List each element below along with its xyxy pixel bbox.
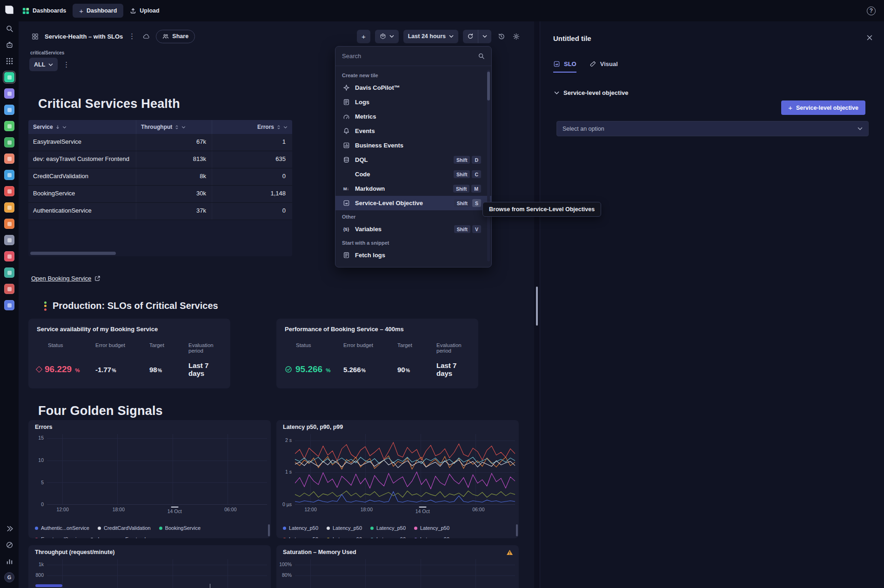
expand-rail-icon[interactable] <box>4 523 14 534</box>
tab-slo[interactable]: SLO <box>553 60 576 73</box>
tab-visual[interactable]: Visual <box>589 60 618 73</box>
menu-item-variables[interactable]: {$}VariablesShiftV <box>335 222 491 236</box>
legend-item[interactable]: Latency_p90 <box>327 536 362 538</box>
tile-editor-panel: Untitled tile SLO Visual Serv <box>540 21 884 588</box>
filter-chevron-icon[interactable] <box>181 126 186 128</box>
usage-icon[interactable] <box>4 556 14 566</box>
legend-item[interactable]: Authentic...onService <box>35 525 89 531</box>
menu-item-markdown[interactable]: M↓MarkdownShiftM <box>335 181 491 196</box>
share-button[interactable]: Share <box>156 30 195 43</box>
menu-section-label: Start with a snippet <box>335 236 491 248</box>
menu-scrollbar[interactable] <box>487 72 490 100</box>
accounts-app-icon[interactable] <box>4 300 14 310</box>
blocked-icon[interactable] <box>4 540 14 550</box>
table-row[interactable]: AuthenticationService37k0 <box>28 203 292 220</box>
slo-card-values: 95.266% 5.266% 90% Last 7 days <box>285 361 470 377</box>
y-axis-tick: 2 s <box>285 437 292 442</box>
releases-app-icon[interactable] <box>4 202 14 213</box>
table-row[interactable]: BookingService30k1,148 <box>28 186 292 203</box>
chevron-down-icon <box>857 127 863 130</box>
dynatrace-logo[interactable] <box>3 4 15 16</box>
cloud-sync-icon[interactable] <box>141 31 151 41</box>
grail-app-icon[interactable] <box>4 284 14 294</box>
table-row[interactable]: CreditCardValidation8k0 <box>28 168 292 186</box>
business-events-icon <box>342 142 350 149</box>
filter-chevron-icon[interactable] <box>62 126 67 128</box>
deployments-app-icon[interactable] <box>4 137 14 147</box>
settings-app-icon[interactable] <box>4 235 14 245</box>
critical-services-heading: Critical Services Health <box>38 97 180 111</box>
menu-item-logs[interactable]: Logs <box>335 95 491 109</box>
shortcut-chip: Shift <box>454 199 470 207</box>
legend-item[interactable]: BookingService <box>159 525 201 531</box>
filter-chevron-icon[interactable] <box>283 126 288 128</box>
alerts-app-icon[interactable] <box>4 251 14 261</box>
menu-item-business-events[interactable]: Business Events <box>335 138 491 153</box>
filter-kebab[interactable]: ⋮ <box>62 60 71 69</box>
share-label: Share <box>172 33 188 40</box>
menu-item-davis-copilot[interactable]: Davis CoPilot™ <box>335 80 491 95</box>
time-range-picker[interactable]: Last 24 hours <box>403 30 458 43</box>
legend-scrollbar[interactable] <box>268 524 270 536</box>
refresh-button[interactable] <box>463 30 478 43</box>
legend-item[interactable]: dev: easy...r Frontend <box>90 536 146 538</box>
help-button[interactable]: ? <box>867 7 876 15</box>
dashboards-home[interactable]: Dashboards <box>22 7 66 14</box>
legend-item[interactable]: Latency_p50 <box>370 525 406 531</box>
open-booking-service-link[interactable]: Open Booking Service <box>31 275 100 282</box>
user-avatar[interactable]: G <box>4 572 14 582</box>
visualization-picker-button[interactable] <box>375 30 399 43</box>
close-icon[interactable] <box>866 34 873 41</box>
infrastructure-app-icon[interactable] <box>4 170 14 180</box>
table-horizontal-scrollbar[interactable] <box>30 252 290 255</box>
legend-item[interactable]: CreditCardValidation <box>98 525 151 531</box>
app-launcher-icon[interactable] <box>4 56 14 66</box>
security-app-icon[interactable] <box>4 267 14 278</box>
version-history-icon[interactable] <box>496 31 506 41</box>
site-reliability-app-icon[interactable] <box>4 219 14 229</box>
kubernetes-app-icon[interactable] <box>4 121 14 131</box>
menu-item-code[interactable]: CodeShiftC <box>335 167 491 181</box>
menu-item-service-level-objective[interactable]: Service-Level ObjectiveShiftS <box>335 196 491 210</box>
table-row[interactable]: dev: easyTravel Customer Frontend813k635 <box>28 151 292 168</box>
shortcut-chip: Shift <box>454 225 470 233</box>
main-horizontal-scrollbar[interactable] <box>35 584 62 587</box>
error-budget-value: 5.266% <box>343 366 394 374</box>
upload-button[interactable]: Upload <box>130 7 159 14</box>
legend-item[interactable]: Latency_p90 <box>414 536 449 538</box>
column-header-errors[interactable]: Errors <box>212 120 292 134</box>
menu-item-metrics[interactable]: Metrics <box>335 109 491 124</box>
legend-item[interactable]: Latency_p50 <box>283 536 318 538</box>
settings-gear-icon[interactable] <box>511 31 521 41</box>
clouds-app-icon[interactable] <box>4 105 14 115</box>
legend-item[interactable]: Latency_p50 <box>414 525 449 531</box>
column-header-service[interactable]: Service <box>28 120 136 134</box>
notebooks-app-icon[interactable] <box>4 88 14 99</box>
slo-select[interactable]: Select an option <box>556 121 869 136</box>
refresh-options-button[interactable] <box>478 30 491 43</box>
menu-item-fetch-logs[interactable]: Fetch logs <box>335 248 491 262</box>
search-input[interactable] <box>342 53 474 60</box>
add-slo-button[interactable]: + Service-level objective <box>781 100 865 115</box>
search-icon[interactable] <box>4 23 14 33</box>
add-tile-button[interactable]: + <box>357 30 370 43</box>
dashboard-menu-kebab[interactable]: ⋮ <box>127 32 136 40</box>
problems-app-icon[interactable] <box>4 186 14 196</box>
slo-section-toggle[interactable]: Service-level objective <box>554 89 628 96</box>
menu-item-events[interactable]: Events <box>335 124 491 138</box>
davis-ai-icon[interactable] <box>4 40 14 50</box>
dashboards-app-icon[interactable] <box>4 72 14 82</box>
services-app-icon[interactable] <box>4 154 14 164</box>
column-header-throughput[interactable]: Throughput <box>136 120 212 134</box>
legend-item[interactable]: EasytravelService <box>35 536 82 538</box>
filter-value-dropdown[interactable]: ALL <box>29 58 58 71</box>
main-vertical-scrollbar[interactable] <box>534 21 540 588</box>
legend-item[interactable]: Latency_p50 <box>327 525 362 531</box>
legend-item[interactable]: Latency_p50 <box>283 525 318 531</box>
legend-item[interactable]: Latency_p90 <box>370 536 406 538</box>
column-label: Service <box>33 124 53 130</box>
table-row[interactable]: EasytravelService67k1 <box>28 134 292 151</box>
dashboard-tab[interactable]: + Dashboard <box>73 4 123 18</box>
legend-scrollbar[interactable] <box>516 524 518 536</box>
menu-item-dql[interactable]: DQLShiftD <box>335 153 491 167</box>
